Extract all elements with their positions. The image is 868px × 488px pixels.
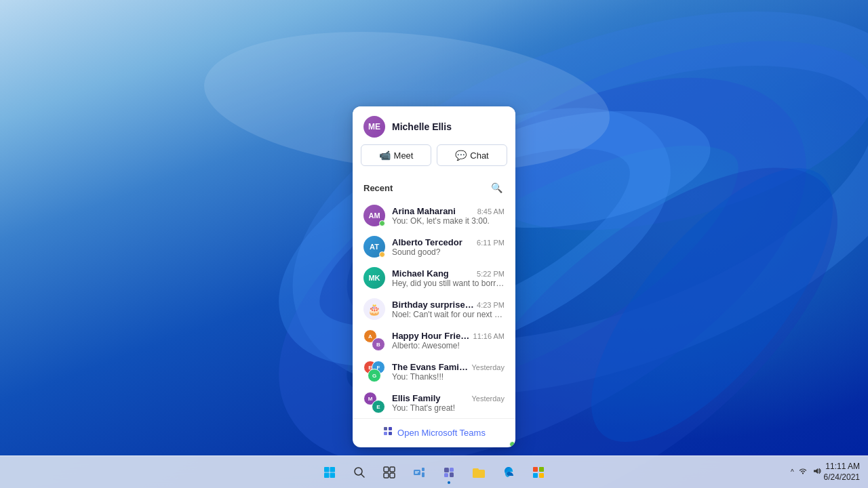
list-item[interactable]: AT Alberto Tercedor 6:11 PM Sound good? [353, 231, 515, 262]
svg-rect-34 [539, 467, 544, 472]
chat-name-row: Ellis Family Yesterday [392, 393, 505, 403]
list-item[interactable]: A B Happy Hour Friends 11:16 AM Alberto:… [353, 325, 515, 356]
search-icon [353, 466, 366, 479]
list-item[interactable]: E F G The Evans Family of Supers Yesterd… [353, 356, 515, 387]
message-time: 8:45 AM [477, 207, 505, 216]
contact-name: The Evans Family of Supers [392, 362, 469, 372]
chat-info: Happy Hour Friends 11:16 AM Alberto: Awe… [392, 331, 505, 350]
contact-name: Arina Maharani [392, 206, 456, 216]
search-recent-button[interactable]: 🔍 [488, 180, 505, 196]
message-time: 4:23 PM [477, 301, 505, 309]
svg-rect-36 [539, 473, 544, 478]
time-display: 11:11 AM [824, 462, 860, 472]
show-hidden-button[interactable]: ^ [791, 468, 794, 476]
status-dot [379, 220, 385, 226]
start-button[interactable] [316, 459, 343, 486]
contact-name: Happy Hour Friends [392, 331, 471, 341]
list-item[interactable]: AM Arina Maharani 8:45 AM You: OK, let's… [353, 200, 515, 231]
chat-name-row: The Evans Family of Supers Yesterday [392, 362, 505, 372]
avatar: AM [363, 205, 385, 226]
svg-rect-35 [533, 473, 538, 478]
message-preview: Sound good? [392, 247, 505, 257]
date-display: 6/24/2021 [824, 472, 860, 483]
avatar: E F G [363, 361, 385, 382]
avatar: AT [363, 236, 385, 258]
svg-rect-30 [450, 472, 454, 477]
store-button[interactable] [525, 459, 552, 486]
popup-header: ME Michelle Ellis [353, 106, 515, 144]
avatar: A B [363, 329, 385, 351]
search-button[interactable] [346, 459, 373, 486]
wifi-icon[interactable] [798, 466, 808, 478]
message-preview: Hey, did you still want to borrow the no… [392, 279, 505, 288]
teams-chat-icon [442, 466, 456, 479]
svg-rect-29 [444, 473, 448, 477]
chat-info: Alberto Tercedor 6:11 PM Sound good? [392, 237, 505, 257]
chat-button[interactable]: 💬 Chat [437, 144, 507, 166]
file-explorer-icon [472, 466, 486, 479]
chat-info: The Evans Family of Supers Yesterday You… [392, 362, 505, 382]
system-tray: ^ 11:11 AM 6/24/2021 [791, 462, 868, 483]
user-avatar: ME [363, 116, 385, 138]
list-item[interactable]: M E Ellis Family Yesterday You: That's g… [353, 387, 515, 418]
edge-icon [502, 466, 515, 479]
file-explorer-button[interactable] [465, 459, 492, 486]
volume-icon[interactable] [812, 466, 821, 478]
widgets-icon [413, 466, 425, 479]
group-face-3: G [368, 369, 381, 382]
open-teams-label: Open Microsoft Teams [397, 428, 486, 438]
message-preview: Noel: Can't wait for our next catch up! [392, 310, 505, 319]
avatar: M E [363, 392, 385, 413]
user-name: Michelle Ellis [392, 121, 452, 132]
message-time: Yesterday [471, 394, 505, 403]
svg-rect-28 [450, 468, 454, 472]
message-time: 11:16 AM [473, 332, 505, 340]
svg-rect-23 [422, 468, 425, 471]
chat-info: Michael Kang 5:22 PM Hey, did you still … [392, 268, 505, 288]
avatar: MK [363, 267, 385, 289]
svg-rect-22 [414, 470, 420, 475]
meet-icon: 📹 [379, 150, 391, 161]
svg-rect-33 [533, 467, 538, 472]
svg-point-37 [802, 473, 804, 474]
message-time: 6:11 PM [477, 239, 505, 247]
contact-name: Birthday surprise for Mum [392, 300, 474, 310]
svg-rect-20 [384, 473, 389, 478]
chat-icon: 💬 [455, 150, 467, 161]
recent-section: Recent 🔍 AM Arina Maharani 8:45 AM You: … [353, 174, 515, 418]
svg-rect-13 [330, 467, 336, 472]
svg-rect-11 [389, 432, 392, 435]
message-preview: You: That's great! [392, 403, 505, 413]
contact-name: Alberto Tercedor [392, 237, 462, 247]
system-icons: ^ [791, 466, 821, 478]
list-item[interactable]: 🎂 Birthday surprise for Mum 4:23 PM Noel… [353, 293, 515, 325]
edge-button[interactable] [495, 459, 522, 486]
task-view-button[interactable] [376, 459, 403, 486]
recent-header: Recent 🔍 [353, 174, 515, 200]
chat-taskbar-button[interactable] [435, 459, 462, 486]
chat-name-row: Arina Maharani 8:45 AM [392, 206, 505, 216]
group-face-2: E [372, 400, 385, 413]
list-item[interactable]: MK Michael Kang 5:22 PM Hey, did you sti… [353, 262, 515, 293]
store-icon [532, 466, 545, 479]
chat-label: Chat [470, 150, 488, 161]
chat-name-row: Birthday surprise for Mum 4:23 PM [392, 300, 505, 310]
svg-rect-27 [444, 468, 449, 472]
recent-label: Recent [363, 183, 393, 193]
chat-name-row: Happy Hour Friends 11:16 AM [392, 331, 505, 341]
svg-rect-15 [330, 472, 336, 478]
clock[interactable]: 11:11 AM 6/24/2021 [824, 462, 860, 483]
widgets-button[interactable] [406, 459, 433, 486]
svg-rect-12 [324, 467, 330, 472]
message-time: Yesterday [471, 363, 505, 371]
chat-name-row: Alberto Tercedor 6:11 PM [392, 237, 505, 247]
svg-line-17 [361, 474, 365, 477]
group-face-2: B [372, 338, 385, 351]
contact-name: Michael Kang [392, 268, 449, 279]
svg-rect-32 [473, 468, 479, 472]
meet-button[interactable]: 📹 Meet [361, 144, 431, 166]
open-teams-button[interactable]: Open Microsoft Teams [353, 418, 515, 447]
chat-popup: ME Michelle Ellis 📹 Meet 💬 Chat Recent 🔍… [353, 106, 515, 447]
message-preview: Alberto: Awesome! [392, 341, 505, 350]
avatar: 🎂 [363, 298, 385, 320]
